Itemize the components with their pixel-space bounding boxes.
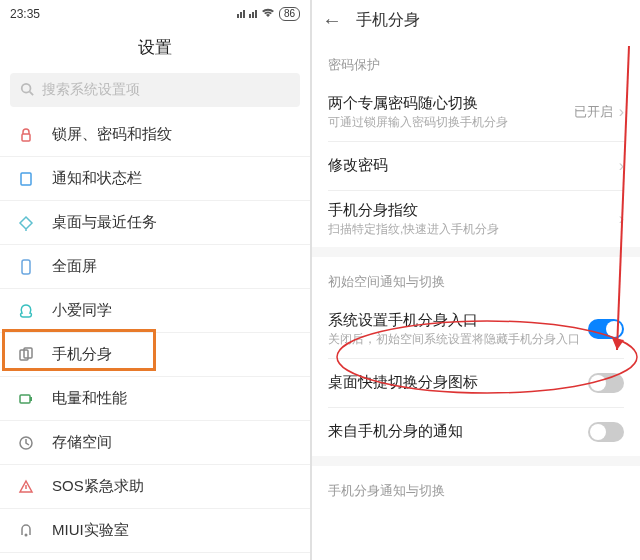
status-icons: 86 xyxy=(237,7,300,21)
menu-label: 通知和状态栏 xyxy=(52,169,142,188)
menu-item[interactable]: 通知和状态栏 xyxy=(0,157,310,201)
item-desc: 关闭后，初始空间系统设置将隐藏手机分身入口 xyxy=(328,332,588,348)
menu-icon xyxy=(14,171,38,187)
item-dual-password[interactable]: 两个专属密码随心切换 可通过锁屏输入密码切换手机分身 已开启 › xyxy=(312,84,640,141)
menu-label: 电量和性能 xyxy=(52,389,127,408)
menu-item[interactable]: 桌面与最近任务 xyxy=(0,201,310,245)
signal-icon xyxy=(249,10,257,18)
item-desc: 可通过锁屏输入密码切换手机分身 xyxy=(328,115,574,131)
menu-item[interactable]: 全面屏 xyxy=(0,245,310,289)
menu-label: 桌面与最近任务 xyxy=(52,213,157,232)
menu-item[interactable]: 小爱同学 xyxy=(0,289,310,333)
menu-icon xyxy=(14,127,38,143)
search-placeholder: 搜索系统设置项 xyxy=(42,81,140,99)
item-title: 两个专属密码随心切换 xyxy=(328,94,574,113)
settings-menu: 锁屏、密码和指纹通知和状态栏桌面与最近任务全面屏小爱同学手机分身电量和性能存储空… xyxy=(0,113,310,560)
menu-icon xyxy=(14,215,38,231)
item-title: 桌面快捷切换分身图标 xyxy=(328,373,588,392)
menu-item[interactable]: 极简桌面 xyxy=(0,553,310,560)
back-icon[interactable]: ← xyxy=(322,9,342,32)
chevron-right-icon: › xyxy=(619,157,624,175)
item-desc: 扫描特定指纹,快速进入手机分身 xyxy=(328,222,619,238)
menu-item[interactable]: 手机分身 xyxy=(0,333,310,377)
chevron-right-icon: › xyxy=(619,210,624,228)
svg-point-11 xyxy=(25,533,28,536)
toggle-settings-entry[interactable] xyxy=(588,319,624,339)
section-second-space: 手机分身通知与切换 xyxy=(312,466,640,510)
svg-rect-8 xyxy=(30,397,32,401)
svg-point-0 xyxy=(22,83,31,92)
chevron-right-icon: › xyxy=(619,103,624,121)
menu-icon xyxy=(14,523,38,539)
item-change-password[interactable]: 修改密码 › xyxy=(312,142,640,190)
detail-title: 手机分身 xyxy=(356,10,420,31)
item-notifications[interactable]: 来自手机分身的通知 xyxy=(312,408,640,456)
item-title: 修改密码 xyxy=(328,156,619,175)
toggle-notifications[interactable] xyxy=(588,422,624,442)
status-bar: 23:35 86 xyxy=(0,0,310,28)
menu-item[interactable]: 锁屏、密码和指纹 xyxy=(0,113,310,157)
signal-icon xyxy=(237,10,245,18)
menu-icon xyxy=(14,391,38,407)
menu-item[interactable]: 存储空间 xyxy=(0,421,310,465)
item-title: 来自手机分身的通知 xyxy=(328,422,588,441)
menu-label: 小爱同学 xyxy=(52,301,112,320)
battery-indicator: 86 xyxy=(279,7,300,21)
toggle-desktop-shortcut[interactable] xyxy=(588,373,624,393)
item-title: 手机分身指纹 xyxy=(328,201,619,220)
page-title: 设置 xyxy=(0,28,310,73)
menu-label: MIUI实验室 xyxy=(52,521,129,540)
menu-label: 手机分身 xyxy=(52,345,112,364)
menu-item[interactable]: 电量和性能 xyxy=(0,377,310,421)
menu-icon xyxy=(14,347,38,363)
svg-rect-3 xyxy=(21,173,31,185)
section-initial-space: 初始空间通知与切换 xyxy=(312,257,640,301)
settings-panel: 23:35 86 设置 搜索系统设置项 锁屏、密码和指纹通知和状态栏桌面与最近任… xyxy=(0,0,310,560)
svg-rect-4 xyxy=(22,260,30,274)
search-icon xyxy=(20,82,34,99)
detail-header: ← 手机分身 xyxy=(312,0,640,40)
svg-line-1 xyxy=(30,91,34,95)
svg-rect-7 xyxy=(20,395,30,403)
svg-rect-2 xyxy=(22,134,30,141)
menu-item[interactable]: SOS紧急求助 xyxy=(0,465,310,509)
item-status: 已开启 xyxy=(574,103,613,121)
item-desktop-shortcut[interactable]: 桌面快捷切换分身图标 xyxy=(312,359,640,407)
menu-label: 全面屏 xyxy=(52,257,97,276)
menu-label: 锁屏、密码和指纹 xyxy=(52,125,172,144)
search-input[interactable]: 搜索系统设置项 xyxy=(10,73,300,107)
wifi-icon xyxy=(261,7,275,21)
menu-icon xyxy=(14,303,38,319)
item-title: 系统设置手机分身入口 xyxy=(328,311,588,330)
second-space-panel: ← 手机分身 密码保护 两个专属密码随心切换 可通过锁屏输入密码切换手机分身 已… xyxy=(312,0,640,560)
menu-label: SOS紧急求助 xyxy=(52,477,144,496)
item-settings-entry[interactable]: 系统设置手机分身入口 关闭后，初始空间系统设置将隐藏手机分身入口 xyxy=(312,301,640,358)
menu-icon xyxy=(14,435,38,451)
menu-icon xyxy=(14,259,38,275)
menu-item[interactable]: MIUI实验室 xyxy=(0,509,310,553)
status-time: 23:35 xyxy=(10,7,40,21)
menu-icon xyxy=(14,479,38,495)
section-password: 密码保护 xyxy=(312,40,640,84)
menu-label: 存储空间 xyxy=(52,433,112,452)
item-fingerprint[interactable]: 手机分身指纹 扫描特定指纹,快速进入手机分身 › xyxy=(312,191,640,248)
